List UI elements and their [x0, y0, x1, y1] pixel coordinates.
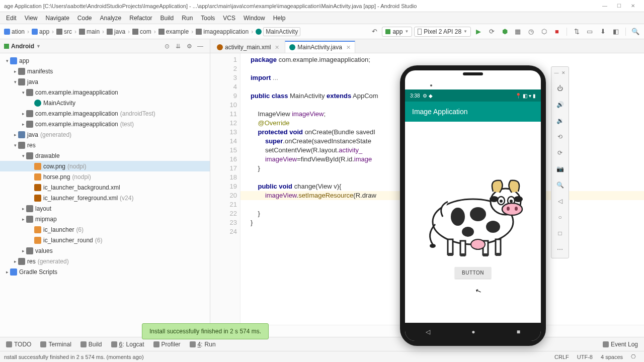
- menu-vcs[interactable]: VCS: [219, 14, 239, 23]
- tree-row[interactable]: ▾res: [0, 140, 210, 150]
- profile-button[interactable]: ◷: [525, 26, 536, 37]
- tree-row[interactable]: ▸Gradle Scripts: [0, 266, 210, 277]
- nav-overview-button[interactable]: ■: [517, 328, 520, 335]
- bottom-tab-6-logcat[interactable]: 6: Logcat: [108, 340, 147, 349]
- menu-analyze[interactable]: Analyze: [96, 14, 126, 23]
- sdk-manager-button[interactable]: ⬇: [597, 26, 608, 37]
- encoding-indicator[interactable]: UTF-8: [573, 354, 597, 360]
- more-icon[interactable]: ⋯: [554, 244, 566, 255]
- emulator-window[interactable]: 3:38 ⚙◆ 📍◧▾▮ Image Application: [400, 65, 546, 346]
- tree-row[interactable]: ▸java(generated): [0, 129, 210, 140]
- menu-code[interactable]: Code: [73, 14, 96, 23]
- tree-row[interactable]: ▸mipmap: [0, 214, 210, 224]
- volume-up-icon[interactable]: 🔊: [554, 99, 566, 110]
- breadcrumb-item[interactable]: main: [78, 27, 101, 36]
- stop-button[interactable]: ■: [551, 26, 562, 37]
- avd-manager-button[interactable]: ▭: [584, 26, 595, 37]
- event-log-tab[interactable]: Event Log: [600, 340, 641, 349]
- home-icon[interactable]: ○: [554, 212, 566, 223]
- power-icon[interactable]: ⏻: [554, 83, 566, 94]
- device-selector[interactable]: Pixel 2 API 28 ▼: [414, 27, 471, 37]
- menu-edit[interactable]: Edit: [2, 14, 21, 23]
- breadcrumb-item[interactable]: com: [131, 27, 152, 36]
- svg-point-1: [451, 208, 465, 226]
- breadcrumb-item[interactable]: src: [55, 27, 73, 36]
- overview-icon[interactable]: □: [554, 228, 566, 239]
- menu-view[interactable]: View: [21, 14, 42, 23]
- editor-tab[interactable]: activity_main.xml✕: [212, 41, 284, 53]
- debug-button[interactable]: ⬢: [499, 26, 510, 37]
- close-tab-icon[interactable]: ✕: [275, 44, 279, 51]
- bottom-tab-todo[interactable]: TODO: [3, 340, 34, 349]
- nav-home-button[interactable]: ●: [471, 328, 475, 335]
- tree-row[interactable]: ▸com.example.imageapplication(test): [0, 119, 210, 129]
- bottom-tab-terminal[interactable]: Terminal: [37, 340, 74, 349]
- run-button[interactable]: ▶: [473, 26, 484, 37]
- tree-row[interactable]: ic_launcher_round(6): [0, 235, 210, 245]
- indent-indicator[interactable]: 4 spaces: [597, 354, 627, 360]
- rotate-right-icon[interactable]: ⟳: [554, 147, 566, 158]
- menu-run[interactable]: Run: [178, 14, 197, 23]
- menu-help[interactable]: Help: [269, 14, 290, 23]
- tree-row[interactable]: ▾drawable: [0, 150, 210, 161]
- nav-back-button[interactable]: ◁: [426, 328, 430, 335]
- project-tree[interactable]: ▾app▸manifests▾java▾com.example.imageapp…: [0, 53, 210, 337]
- camera-icon[interactable]: 📷: [554, 163, 566, 174]
- resource-manager-button[interactable]: ◧: [610, 26, 621, 37]
- coverage-button[interactable]: ▦: [512, 26, 523, 37]
- target-icon[interactable]: ⊙: [162, 41, 173, 52]
- tree-row[interactable]: horse.png(nodpi): [0, 171, 210, 182]
- tree-row[interactable]: ▸values: [0, 245, 210, 256]
- window-minimize[interactable]: —: [598, 2, 612, 11]
- tree-row[interactable]: cow.png(nodpi): [0, 161, 210, 171]
- tree-row[interactable]: MainActivity: [0, 98, 210, 108]
- window-close[interactable]: ✕: [626, 2, 640, 11]
- back-icon[interactable]: ◁: [554, 196, 566, 207]
- tree-row[interactable]: ▾java: [0, 76, 210, 87]
- close-tab-icon[interactable]: ✕: [346, 44, 351, 51]
- emulator-minimize[interactable]: —: [553, 70, 559, 76]
- bottom-tab-build[interactable]: Build: [77, 340, 105, 349]
- menu-window[interactable]: Window: [239, 14, 269, 23]
- breadcrumb-item[interactable]: app: [31, 27, 50, 36]
- hide-icon[interactable]: —: [195, 41, 206, 52]
- line-ending-indicator[interactable]: CRLF: [550, 354, 573, 360]
- editor-tab[interactable]: MainActivity.java✕: [285, 41, 355, 53]
- breadcrumb-item[interactable]: MainActivity: [255, 26, 301, 37]
- tree-row[interactable]: ▸layout: [0, 203, 210, 214]
- volume-down-icon[interactable]: 🔉: [554, 115, 566, 126]
- menu-tools[interactable]: Tools: [197, 14, 219, 23]
- collapse-all-icon[interactable]: ⇊: [173, 41, 184, 52]
- breadcrumb-item[interactable]: ation: [3, 27, 26, 36]
- window-maximize[interactable]: ☐: [612, 2, 626, 11]
- tree-row[interactable]: ic_launcher_background.xml: [0, 182, 210, 193]
- gear-icon[interactable]: ⚙: [184, 41, 195, 52]
- change-image-button[interactable]: BUTTON: [455, 267, 491, 279]
- project-panel-header[interactable]: Android ▼ ⊙ ⇊ ⚙ —: [0, 39, 210, 53]
- apply-changes-button[interactable]: ⟳: [486, 26, 497, 37]
- tree-row[interactable]: ▸res(generated): [0, 256, 210, 266]
- menu-navigate[interactable]: Navigate: [41, 14, 73, 23]
- tree-row[interactable]: ▾com.example.imageapplication: [0, 87, 210, 98]
- breadcrumb-item[interactable]: java: [106, 27, 126, 36]
- tree-row[interactable]: ▾app: [0, 55, 210, 66]
- tree-row[interactable]: ▸manifests: [0, 66, 210, 76]
- emulator-close[interactable]: ✕: [560, 70, 567, 76]
- run-config-selector[interactable]: app ▼: [382, 27, 412, 37]
- attach-debugger-button[interactable]: ⬡: [538, 26, 549, 37]
- context-icon[interactable]: ⎔: [627, 353, 640, 360]
- bottom-tab-4-run[interactable]: 4: Run: [187, 340, 219, 349]
- breadcrumb-item[interactable]: imageapplication: [195, 27, 250, 36]
- back-icon[interactable]: ↶: [369, 26, 380, 37]
- rotate-left-icon[interactable]: ⟲: [554, 131, 566, 142]
- sync-gradle-button[interactable]: ⇅: [571, 26, 582, 37]
- search-button[interactable]: 🔍: [630, 26, 641, 37]
- zoom-icon[interactable]: 🔍: [554, 179, 566, 191]
- bottom-tab-profiler[interactable]: Profiler: [150, 340, 184, 349]
- tree-row[interactable]: ic_launcher(6): [0, 224, 210, 235]
- tree-row[interactable]: ic_launcher_foreground.xml(v24): [0, 193, 210, 203]
- menu-build[interactable]: Build: [156, 14, 178, 23]
- menu-refactor[interactable]: Refactor: [125, 14, 156, 23]
- tree-row[interactable]: ▸com.example.imageapplication(androidTes…: [0, 108, 210, 119]
- breadcrumb-item[interactable]: example: [157, 27, 190, 36]
